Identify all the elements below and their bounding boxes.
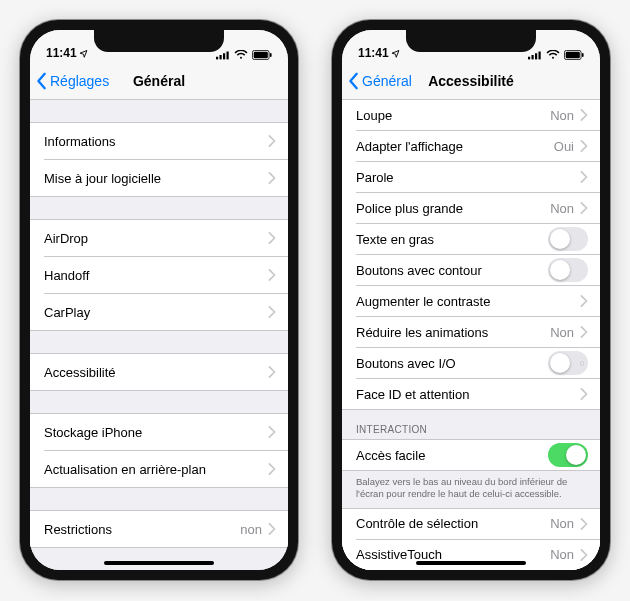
row-label: Boutons avec contour bbox=[356, 263, 548, 278]
svg-rect-12 bbox=[566, 52, 580, 59]
settings-row[interactable]: Réduire les animationsNon bbox=[342, 317, 600, 347]
location-icon bbox=[79, 49, 88, 58]
section-header-interaction: INTERACTION bbox=[342, 410, 600, 439]
row-label: Texte en gras bbox=[356, 232, 548, 247]
back-label: Réglages bbox=[50, 73, 109, 89]
phone-left: 11:41 Réglages Général InformationsMise … bbox=[20, 20, 298, 580]
toggle-switch[interactable] bbox=[548, 443, 588, 467]
settings-row[interactable]: Accès facile bbox=[342, 440, 600, 470]
signal-icon bbox=[528, 50, 542, 60]
settings-group: Restrictionsnon bbox=[30, 510, 288, 548]
toggle-switch[interactable] bbox=[548, 227, 588, 251]
row-label: AssistiveTouch bbox=[356, 547, 550, 562]
row-label: Parole bbox=[356, 170, 580, 185]
svg-rect-3 bbox=[227, 52, 229, 60]
row-label: Réduire les animations bbox=[356, 325, 550, 340]
chevron-right-icon bbox=[268, 306, 276, 318]
settings-row[interactable]: Stockage iPhone bbox=[30, 414, 288, 450]
screen: 11:41 Général Accessibilité LoupeNonAdap… bbox=[342, 30, 600, 570]
chevron-right-icon bbox=[268, 232, 276, 244]
chevron-right-icon bbox=[268, 463, 276, 475]
settings-row[interactable]: Boutons avec contour bbox=[342, 255, 600, 285]
back-button[interactable]: Général bbox=[348, 72, 412, 90]
chevron-right-icon bbox=[268, 523, 276, 535]
settings-row[interactable]: AssistiveTouchNon bbox=[342, 540, 600, 570]
chevron-right-icon bbox=[580, 109, 588, 121]
settings-group: AirDropHandoffCarPlay bbox=[30, 219, 288, 331]
chevron-right-icon bbox=[580, 171, 588, 183]
home-indicator[interactable] bbox=[104, 561, 214, 565]
settings-row[interactable]: Texte en gras bbox=[342, 224, 600, 254]
settings-row[interactable]: Mise à jour logicielle bbox=[30, 160, 288, 196]
svg-rect-7 bbox=[528, 57, 530, 60]
svg-rect-13 bbox=[582, 53, 584, 57]
settings-row[interactable]: Actualisation en arrière-plan bbox=[30, 451, 288, 487]
settings-row[interactable]: Informations bbox=[30, 123, 288, 159]
settings-row[interactable]: Augmenter le contraste bbox=[342, 286, 600, 316]
settings-row[interactable]: Adapter l'affichageOui bbox=[342, 131, 600, 161]
row-label: Accessibilité bbox=[44, 365, 268, 380]
chevron-left-icon bbox=[348, 72, 360, 90]
section-footer-interaction: Balayez vers le bas au niveau du bord in… bbox=[342, 471, 600, 508]
settings-row[interactable]: Restrictionsnon bbox=[30, 511, 288, 547]
nav-bar: Réglages Général bbox=[30, 62, 288, 100]
row-label: Handoff bbox=[44, 268, 268, 283]
svg-rect-6 bbox=[270, 53, 272, 57]
toggle-switch[interactable]: ○ bbox=[548, 351, 588, 375]
settings-row[interactable]: Accessibilité bbox=[30, 354, 288, 390]
battery-icon bbox=[252, 50, 272, 60]
row-label: Actualisation en arrière-plan bbox=[44, 462, 268, 477]
chevron-right-icon bbox=[580, 202, 588, 214]
svg-rect-5 bbox=[254, 52, 268, 59]
row-value: non bbox=[240, 522, 262, 537]
svg-rect-8 bbox=[532, 55, 534, 59]
status-time: 11:41 bbox=[46, 46, 77, 60]
settings-row[interactable]: Handoff bbox=[30, 257, 288, 293]
chevron-right-icon bbox=[580, 140, 588, 152]
settings-row[interactable]: Police plus grandeNon bbox=[342, 193, 600, 223]
back-button[interactable]: Réglages bbox=[36, 72, 109, 90]
settings-row[interactable]: Parole bbox=[342, 162, 600, 192]
chevron-right-icon bbox=[268, 135, 276, 147]
svg-rect-10 bbox=[539, 52, 541, 60]
row-value: Non bbox=[550, 108, 574, 123]
settings-row[interactable]: AirDrop bbox=[30, 220, 288, 256]
chevron-right-icon bbox=[580, 326, 588, 338]
notch bbox=[94, 30, 224, 52]
row-label: Mise à jour logicielle bbox=[44, 171, 268, 186]
settings-group: Accessibilité bbox=[30, 353, 288, 391]
chevron-right-icon bbox=[268, 426, 276, 438]
row-label: AirDrop bbox=[44, 231, 268, 246]
settings-row[interactable]: CarPlay bbox=[30, 294, 288, 330]
row-label: CarPlay bbox=[44, 305, 268, 320]
row-label: Loupe bbox=[356, 108, 550, 123]
row-label: Stockage iPhone bbox=[44, 425, 268, 440]
settings-content[interactable]: LoupeNonAdapter l'affichageOuiParolePoli… bbox=[342, 100, 600, 570]
settings-group: LoupeNonAdapter l'affichageOuiParolePoli… bbox=[342, 100, 600, 410]
row-label: Police plus grande bbox=[356, 201, 550, 216]
back-label: Général bbox=[362, 73, 412, 89]
settings-group: Stockage iPhoneActualisation en arrière-… bbox=[30, 413, 288, 488]
row-label: Face ID et attention bbox=[356, 387, 580, 402]
settings-content[interactable]: InformationsMise à jour logicielleAirDro… bbox=[30, 100, 288, 570]
chevron-right-icon bbox=[268, 366, 276, 378]
screen: 11:41 Réglages Général InformationsMise … bbox=[30, 30, 288, 570]
home-indicator[interactable] bbox=[416, 561, 526, 565]
settings-row[interactable]: Contrôle de sélectionNon bbox=[342, 509, 600, 539]
settings-row[interactable]: LoupeNon bbox=[342, 100, 600, 130]
svg-rect-9 bbox=[535, 53, 537, 59]
svg-rect-1 bbox=[220, 55, 222, 59]
row-value: Non bbox=[550, 547, 574, 562]
chevron-right-icon bbox=[268, 172, 276, 184]
settings-row[interactable]: Face ID et attention bbox=[342, 379, 600, 409]
settings-group: Accès facile bbox=[342, 439, 600, 471]
toggle-switch[interactable] bbox=[548, 258, 588, 282]
settings-row[interactable]: Boutons avec I/O○ bbox=[342, 348, 600, 378]
status-time: 11:41 bbox=[358, 46, 389, 60]
io-mark: ○ bbox=[580, 358, 585, 368]
row-label: Contrôle de sélection bbox=[356, 516, 550, 531]
nav-bar: Général Accessibilité bbox=[342, 62, 600, 100]
row-label: Informations bbox=[44, 134, 268, 149]
row-value: Non bbox=[550, 516, 574, 531]
row-value: Oui bbox=[554, 139, 574, 154]
